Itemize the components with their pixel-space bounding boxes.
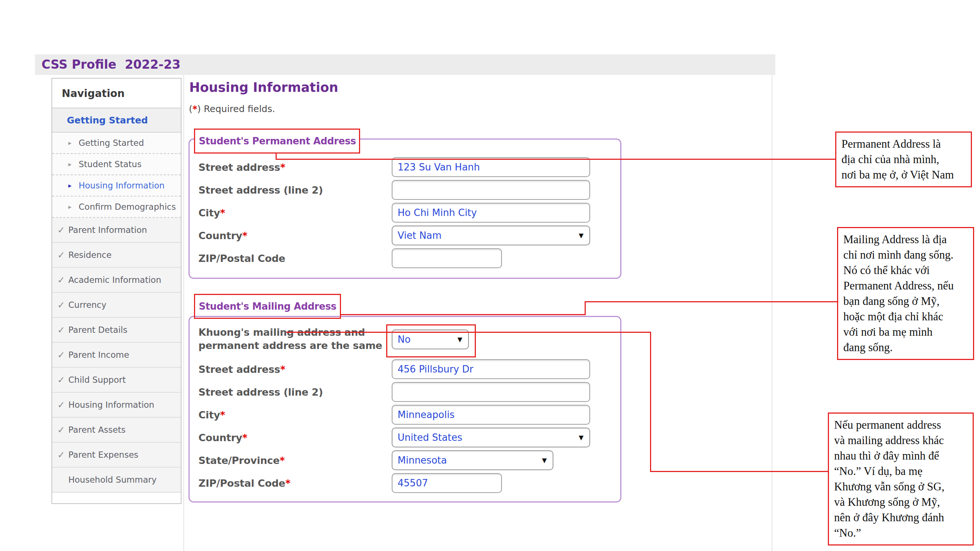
mailing-address-fieldset: Khuong's mailing address and permanent a… — [188, 316, 621, 502]
form-row-city: City* — [189, 203, 620, 222]
form-row-state-province: State/Province*Minnesota▼ — [189, 450, 620, 470]
form-row-street-address: Street address* — [189, 157, 620, 177]
checkmark-icon: ✓ — [57, 375, 65, 385]
form-row-zip-postal-code: ZIP/Postal Code — [189, 248, 620, 268]
required-asterisk: * — [280, 162, 285, 173]
sidebar-item-child-support[interactable]: ✓Child Support — [52, 368, 181, 393]
sidebar-item-label: Currency — [68, 300, 107, 310]
navigation-title: Navigation — [52, 79, 181, 100]
street-address-line-2-label: Street address (line 2) — [199, 184, 323, 196]
sidebar-item-label: Parent Information — [68, 225, 147, 235]
city-label: City* — [199, 207, 225, 219]
sidebar-item-housing-information[interactable]: ▸Housing Information — [52, 175, 181, 197]
form-row-country: Country*United States▼ — [189, 427, 620, 448]
required-asterisk: * — [242, 432, 247, 443]
sidebar-item-parent-information[interactable]: ✓Parent Information — [52, 218, 181, 243]
required-note: (*) Required fields. — [189, 103, 275, 114]
mailing-city-input[interactable] — [392, 405, 590, 425]
selected-value: Viet Nam — [398, 230, 442, 241]
form-row-street-address-line-2: Street address (line 2) — [189, 382, 620, 402]
required-asterisk: * — [220, 409, 225, 421]
navigation-sidebar: Navigation Getting Started▸Getting Start… — [51, 78, 181, 504]
connector3-bottom-line — [650, 471, 828, 472]
checkmark-icon: ✓ — [57, 275, 65, 286]
connector1-line — [275, 159, 835, 160]
country-label: Country* — [199, 230, 247, 241]
selected-value: Minnesota — [398, 455, 447, 466]
form-row-zip-postal-code: ZIP/Postal Code* — [189, 473, 620, 493]
mailing-street-address-line-2-input[interactable] — [392, 382, 590, 402]
permanent-street-address-input[interactable] — [392, 157, 590, 177]
sidebar-item-academic-information[interactable]: ✓Academic Information — [52, 268, 181, 293]
sidebar-item-label: Getting Started — [79, 138, 144, 148]
checkmark-icon: ✓ — [57, 449, 65, 460]
sidebar-item-label: Getting Started — [67, 115, 148, 125]
permanent-zip-postal-code-input[interactable] — [392, 248, 502, 268]
sidebar-item-label: Parent Assets — [68, 425, 126, 435]
sidebar-item-household-summary[interactable]: Household Summary — [52, 468, 181, 492]
dropdown-caret-icon: ▼ — [458, 336, 462, 343]
connector3-vertical — [650, 332, 651, 472]
permanent-country-select[interactable]: Viet Nam▼ — [392, 225, 590, 245]
sidebar-item-parent-assets[interactable]: ✓Parent Assets — [52, 418, 181, 443]
required-asterisk: * — [192, 103, 197, 114]
mailing-state-province-select[interactable]: Minnesota▼ — [392, 450, 554, 470]
mailing-street-address-input[interactable] — [392, 359, 590, 379]
checkmark-icon: ✓ — [57, 250, 65, 260]
sidebar-item-housing-information[interactable]: ✓Housing Information — [52, 393, 181, 418]
street-address-label: Street address* — [199, 162, 285, 173]
sidebar-item-label: Residence — [68, 250, 112, 260]
zip-postal-code-label: ZIP/Postal Code — [199, 253, 285, 264]
form-row-street-address: Street address* — [189, 359, 620, 379]
form-row-street-address-line-2: Street address (line 2) — [189, 180, 620, 200]
annotation-same-address-no: Nếu permanent address và mailing address… — [828, 413, 974, 546]
mailing-zip-postal-code-input[interactable] — [392, 473, 502, 493]
sidebar-item-currency[interactable]: ✓Currency — [52, 293, 181, 318]
required-asterisk: * — [220, 207, 225, 219]
triangle-bullet-icon: ▸ — [68, 139, 72, 146]
sidebar-item-student-status[interactable]: ▸Student Status — [52, 154, 181, 175]
sidebar-item-label: Parent Income — [68, 350, 129, 360]
selected-value: United States — [398, 432, 462, 443]
street-address-line-2-label: Street address (line 2) — [199, 386, 323, 398]
checkmark-icon: ✓ — [57, 325, 65, 335]
content-left-divider — [183, 75, 184, 551]
required-asterisk: * — [242, 230, 247, 241]
sidebar-item-parent-income[interactable]: ✓Parent Income — [52, 343, 181, 368]
checkmark-icon: ✓ — [57, 225, 65, 235]
permanent-legend: Student's Permanent Address — [195, 135, 359, 147]
sidebar-item-label: Student Status — [79, 159, 142, 169]
sidebar-item-label: Parent Details — [68, 325, 127, 335]
triangle-bullet-icon: ▸ — [68, 160, 72, 168]
required-asterisk: * — [285, 478, 290, 489]
content-right-divider — [772, 75, 772, 551]
sidebar-item-label: Housing Information — [79, 181, 165, 190]
selected-value: No — [398, 334, 410, 345]
required-asterisk: * — [280, 364, 285, 375]
triangle-bullet-icon: ▸ — [68, 182, 72, 189]
mailing-country-select[interactable]: United States▼ — [392, 427, 590, 448]
zip-postal-code-label: ZIP/Postal Code* — [199, 478, 290, 489]
sidebar-item-confirm-demographics[interactable]: ▸Confirm Demographics — [52, 197, 181, 218]
sidebar-item-parent-details[interactable]: ✓Parent Details — [52, 318, 181, 343]
annotation-permanent-address: Permanent Address là địa chỉ của nhà mìn… — [835, 132, 972, 187]
dropdown-caret-icon: ▼ — [542, 457, 547, 464]
checkmark-icon: ✓ — [57, 400, 65, 410]
sidebar-item-label: Child Support — [68, 375, 126, 384]
dropdown-caret-icon: ▼ — [579, 434, 584, 441]
connector3-top-line — [286, 332, 651, 333]
permanent-street-address-line-2-input[interactable] — [392, 180, 590, 200]
app-header: CSS Profile 2022-23 — [35, 54, 775, 75]
city-label: City* — [199, 409, 225, 421]
sidebar-item-residence[interactable]: ✓Residence — [52, 243, 181, 268]
annotation-mailing-address: Mailing Address là địa chỉ nơi mình đang… — [837, 227, 974, 360]
sidebar-item-getting-started[interactable]: Getting Started — [52, 108, 181, 133]
sidebar-item-label: Parent Expenses — [68, 450, 138, 459]
sidebar-item-parent-expenses[interactable]: ✓Parent Expenses — [52, 443, 181, 468]
css-profile-page: CSS Profile 2022-23 Navigation Getting S… — [0, 0, 980, 551]
page-title: Housing Information — [189, 80, 339, 95]
sidebar-item-getting-started[interactable]: ▸Getting Started — [52, 133, 181, 154]
country-label: Country* — [199, 432, 247, 443]
checkmark-icon: ✓ — [57, 350, 65, 360]
permanent-city-input[interactable] — [392, 203, 590, 222]
